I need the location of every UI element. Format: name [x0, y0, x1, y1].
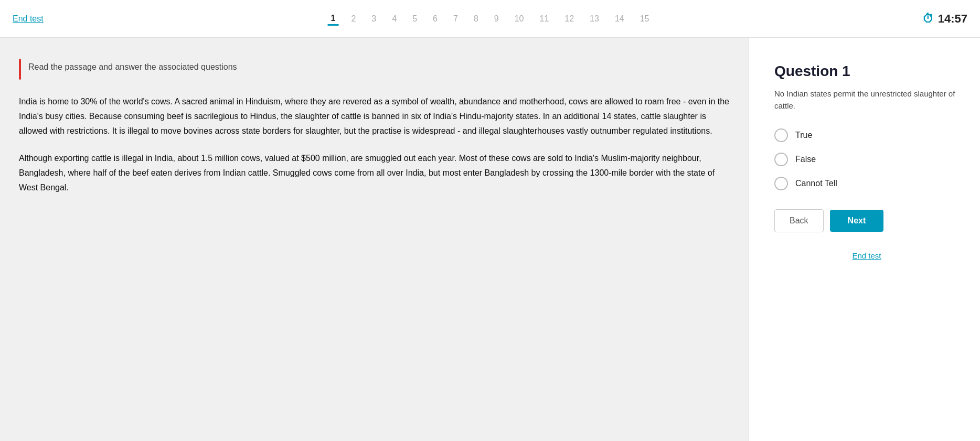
nav-item-13[interactable]: 13	[587, 12, 602, 26]
nav-item-8[interactable]: 8	[471, 12, 482, 26]
header: End test 123456789101112131415 ⏱ 14:57	[0, 0, 980, 38]
answer-option-cannot-tell[interactable]: Cannot Tell	[774, 177, 959, 190]
nav-item-10[interactable]: 10	[512, 12, 527, 26]
answer-label-false: False	[795, 155, 816, 164]
nav-item-9[interactable]: 9	[491, 12, 502, 26]
passage-instruction: Read the passage and answer the associat…	[28, 59, 237, 73]
answer-options: TrueFalseCannot Tell	[774, 128, 959, 190]
nav-item-7[interactable]: 7	[450, 12, 461, 26]
question-title: Question 1	[774, 63, 959, 80]
nav-item-2[interactable]: 2	[348, 12, 359, 26]
nav-item-12[interactable]: 12	[561, 12, 577, 26]
next-button[interactable]: Next	[830, 210, 884, 232]
passage-text: India is home to 30% of the world's cows…	[19, 94, 730, 195]
red-bar-decoration	[19, 59, 21, 80]
passage-paragraph: India is home to 30% of the world's cows…	[19, 94, 730, 138]
nav-item-4[interactable]: 4	[389, 12, 400, 26]
nav-item-1[interactable]: 1	[328, 12, 339, 26]
end-test-bottom-button[interactable]: End test	[774, 251, 959, 260]
radio-false[interactable]	[774, 153, 788, 166]
nav-item-14[interactable]: 14	[612, 12, 627, 26]
question-text: No Indian states permit the unrestricted…	[774, 88, 959, 112]
answer-option-false[interactable]: False	[774, 153, 959, 166]
nav-item-6[interactable]: 6	[430, 12, 441, 26]
nav-item-5[interactable]: 5	[409, 12, 420, 26]
answer-option-true[interactable]: True	[774, 128, 959, 142]
timer-display: ⏱ 14:57	[922, 12, 967, 26]
question-panel: Question 1 No Indian states permit the u…	[749, 38, 980, 441]
timer-value: 14:57	[938, 12, 967, 26]
radio-cannot-tell[interactable]	[774, 177, 788, 190]
nav-item-3[interactable]: 3	[368, 12, 379, 26]
timer-icon: ⏱	[922, 12, 934, 26]
passage-panel: Read the passage and answer the associat…	[0, 38, 749, 441]
nav-item-15[interactable]: 15	[637, 12, 653, 26]
end-test-button[interactable]: End test	[13, 14, 44, 24]
instruction-wrapper: Read the passage and answer the associat…	[19, 59, 730, 80]
answer-label-cannot-tell: Cannot Tell	[795, 179, 837, 188]
nav-item-11[interactable]: 11	[536, 12, 552, 26]
passage-paragraph: Although exporting cattle is illegal in …	[19, 151, 730, 195]
back-button[interactable]: Back	[774, 209, 824, 232]
main-content: Read the passage and answer the associat…	[0, 38, 980, 441]
button-row: Back Next	[774, 209, 959, 232]
answer-label-true: True	[795, 131, 812, 140]
question-navigation: 123456789101112131415	[328, 12, 653, 26]
radio-true[interactable]	[774, 128, 788, 142]
